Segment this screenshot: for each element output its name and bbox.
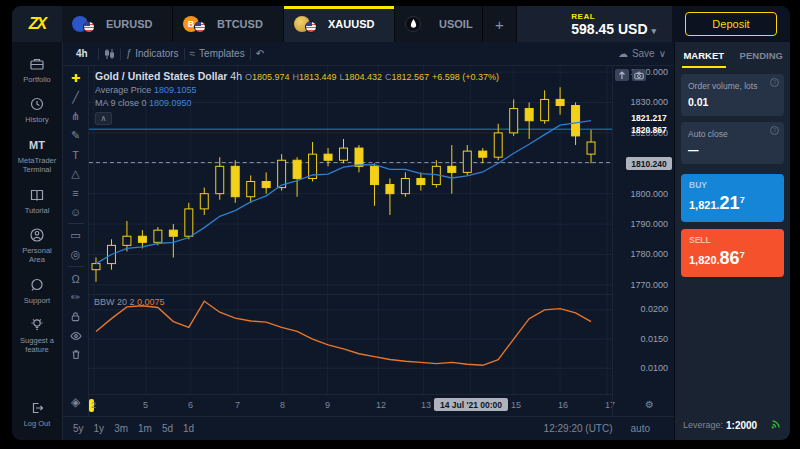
tab-market[interactable]: MARKET — [675, 42, 733, 68]
tab-label: EURUSD — [106, 18, 152, 30]
auto-close-value[interactable]: — — [688, 144, 777, 156]
timezone-auto-toggle[interactable]: auto — [631, 423, 650, 434]
oil-drop-icon — [405, 16, 421, 32]
lock-drawings-icon[interactable] — [63, 307, 88, 326]
time-axis-label: 8 — [280, 400, 285, 410]
chart-toolbar: 4h ƒ Indicators ≈ Templates ↶ — [63, 42, 674, 66]
fx-icon: ƒ — [126, 48, 132, 59]
sell-button[interactable]: SELL 1,820.867 — [681, 229, 784, 277]
sidebar-item-logout[interactable]: Log Out — [12, 394, 62, 434]
magnet-icon[interactable]: Ω — [63, 269, 88, 288]
tab-label: USOIL — [439, 18, 473, 30]
sidebar-item-personal-area[interactable]: Personal Area — [12, 221, 62, 271]
screenshot-button[interactable] — [632, 69, 646, 81]
hide-drawings-icon[interactable] — [63, 326, 88, 345]
sidebar-item-portfolio[interactable]: Portfolio — [12, 50, 62, 90]
time-axis[interactable]: 2567891213151617 14 Jul '21 00:00 — [89, 394, 612, 416]
price-chart-canvas[interactable]: Gold / United States Dollar 4h O1805.974… — [89, 66, 612, 294]
deposit-button[interactable]: Deposit — [685, 12, 777, 36]
price-axis-label: 1780.000 — [630, 249, 668, 259]
undo-button[interactable]: ↶ — [256, 48, 264, 59]
range-1d-button[interactable]: 1d — [183, 423, 194, 434]
trendline-icon[interactable]: ╱ — [63, 88, 88, 107]
range-5y-button[interactable]: 5y — [73, 423, 84, 434]
templates-button[interactable]: ≈ Templates — [190, 48, 245, 59]
brush-icon[interactable]: ✎ — [63, 126, 88, 145]
emoji-icon[interactable]: ☺ — [63, 202, 88, 221]
terminal-window: ZX EURUSD B BTCUSD XAUUSD — [12, 6, 790, 440]
tab-eurusd[interactable]: EURUSD — [62, 6, 173, 42]
sell-price-tag: 1820.867 — [626, 123, 672, 136]
indicators-button[interactable]: ƒ Indicators — [126, 48, 179, 59]
chevron-up-icon: ∧ — [101, 114, 107, 123]
text-tool-icon[interactable]: T — [63, 145, 88, 164]
sidebar-item-support[interactable]: Support — [12, 271, 62, 311]
crosshair-icon[interactable]: ✚ — [63, 69, 88, 88]
tab-usoil[interactable]: USOIL — [395, 6, 483, 42]
tab-xauusd[interactable]: XAUUSD — [284, 6, 395, 42]
sidebar-item-tutorial[interactable]: Tutorial — [12, 181, 62, 221]
symbol-name: Gold / United States Dollar — [95, 70, 227, 82]
help-icon[interactable]: ? — [770, 78, 779, 87]
save-layout-button[interactable]: ☁ Save ∨ — [618, 48, 666, 59]
last-close-tag: 1810.240 — [626, 157, 672, 170]
stay-in-drawing-mode-icon[interactable]: ✏ — [63, 288, 88, 307]
bbw-indicator-canvas[interactable]: BBW 20 2 0.0075 — [89, 294, 612, 394]
zoom-icon[interactable]: ◎ — [63, 245, 88, 264]
leverage-label: Leverage: — [683, 420, 723, 430]
measure-icon[interactable]: ▭ — [63, 226, 88, 245]
axis-settings-button[interactable]: ⚙ — [645, 399, 654, 410]
range-1m-button[interactable]: 1m — [138, 423, 152, 434]
chevron-down-icon: ∨ — [659, 48, 666, 59]
delete-drawings-icon[interactable] — [63, 345, 88, 364]
account-type-badge: REAL — [571, 12, 656, 21]
pattern-icon[interactable]: △ — [63, 164, 88, 183]
collapse-legend-button[interactable]: ∧ — [95, 112, 112, 125]
sidebar-item-suggest-feature[interactable]: Suggest a feature — [12, 311, 62, 361]
help-icon[interactable]: ? — [770, 126, 779, 135]
template-wave-icon: ≈ — [190, 48, 196, 59]
buy-button[interactable]: BUY 1,821.217 — [681, 174, 784, 222]
pitchfork-icon[interactable]: ⋔ — [63, 107, 88, 126]
cloud-icon: ☁ — [618, 48, 628, 59]
time-axis-label: 15 — [511, 400, 521, 410]
range-1y-button[interactable]: 1y — [94, 423, 105, 434]
sidebar-item-history[interactable]: History — [12, 90, 62, 130]
time-axis-label: 12 — [376, 400, 386, 410]
buy-price: 1,821.217 — [689, 193, 776, 214]
time-axis-label: 16 — [558, 400, 568, 410]
tab-label: XAUUSD — [328, 18, 374, 30]
price-axis[interactable]: 1840.0001830.0001820.0001800.0001790.000… — [612, 66, 674, 416]
chart-type-button[interactable] — [104, 48, 115, 60]
bbw-value: 0.0075 — [137, 297, 165, 307]
add-instrument-button[interactable]: + — [483, 6, 517, 42]
leverage-value: 1:2000 — [726, 420, 757, 431]
low-value: 1804.432 — [344, 72, 382, 82]
range-3m-button[interactable]: 3m — [114, 423, 128, 434]
fib-lines-icon[interactable]: ≡ — [63, 183, 88, 202]
auto-close-field[interactable]: Auto close — ? — [681, 122, 784, 164]
account-selector[interactable]: REAL 598.45 USD ▾ — [571, 12, 656, 37]
xauusd-pair-icon — [294, 16, 320, 33]
candlestick-icon — [104, 48, 115, 60]
price-axis-label: 1830.000 — [630, 97, 668, 107]
camera-icon — [634, 71, 644, 80]
arrow-up-icon — [618, 71, 626, 80]
mt-icon: MT — [29, 137, 45, 153]
plus-icon: + — [495, 16, 504, 33]
tab-pending[interactable]: PENDING — [733, 42, 791, 68]
book-icon — [29, 187, 45, 203]
us-flag-icon — [194, 21, 206, 33]
tab-btcusd[interactable]: B BTCUSD — [173, 6, 284, 42]
brand-logo[interactable]: ZX — [12, 6, 62, 42]
close-value: 1812.567 — [391, 72, 429, 82]
object-tree-icon[interactable]: ◈ — [63, 392, 88, 411]
sidebar-item-metatrader[interactable]: MT MetaTrader Terminal — [12, 131, 62, 181]
scroll-to-latest-button[interactable] — [615, 69, 629, 81]
order-volume-value[interactable]: 0.01 — [688, 96, 777, 108]
timeframe-button[interactable]: 4h — [71, 46, 93, 61]
briefcase-icon — [29, 56, 45, 72]
order-volume-field[interactable]: Order volume, lots 0.01 ? — [681, 74, 784, 116]
range-5d-button[interactable]: 5d — [162, 423, 173, 434]
chat-bubble-icon — [29, 277, 45, 293]
